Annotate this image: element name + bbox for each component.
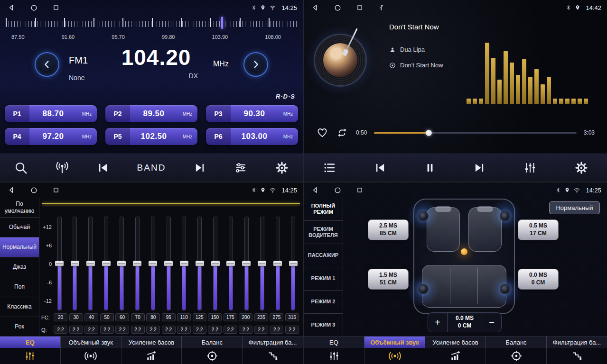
front-right-delay-button[interactable]: 0.5 MS 17 CM	[518, 219, 559, 240]
seek-next-button[interactable]	[190, 161, 209, 175]
next-track-button[interactable]	[470, 161, 489, 175]
slider-handle[interactable]	[196, 261, 204, 266]
settings-button[interactable]	[571, 160, 591, 175]
listening-position-dot[interactable]	[461, 248, 467, 255]
eq-preset-item[interactable]: Нормальный	[0, 237, 39, 257]
back-button[interactable]	[8, 4, 15, 11]
tab-icon-balance[interactable]	[182, 348, 243, 364]
slider-handle[interactable]	[86, 261, 95, 266]
prev-track-button[interactable]	[371, 161, 390, 175]
tab[interactable]: Фильтрация ба...	[243, 337, 303, 348]
eq-preset-item[interactable]: По умолчанию	[0, 198, 39, 218]
slider-handle[interactable]	[242, 261, 251, 266]
eq-preset-item[interactable]: Джаз	[0, 257, 39, 277]
tab-icon-eq[interactable]	[304, 348, 364, 364]
back-button[interactable]	[311, 4, 319, 11]
recents-button[interactable]	[53, 187, 59, 193]
eq-button[interactable]	[520, 160, 540, 175]
recents-button[interactable]	[356, 187, 363, 193]
home-button[interactable]	[30, 187, 37, 194]
tab[interactable]: EQ	[304, 337, 364, 348]
slider-handle[interactable]	[258, 261, 266, 266]
increase-delay-button[interactable]: +	[428, 313, 447, 332]
home-button[interactable]	[30, 4, 37, 11]
tab-icon-surround[interactable]	[364, 348, 425, 364]
rear-left-delay-button[interactable]: 1.5 MS 51 CM	[368, 269, 409, 290]
scan-button[interactable]	[11, 160, 31, 175]
frequency-ruler[interactable]: 87.5091.6095.7099.80103.90108.00	[0, 16, 303, 40]
tab-icon-surround[interactable]	[61, 348, 121, 364]
pause-button[interactable]	[421, 161, 439, 174]
tab[interactable]: Фильтрация ба...	[547, 337, 607, 348]
tab-icon-bass-boost[interactable]	[121, 348, 182, 364]
eq-preset-item[interactable]: Рок	[0, 317, 39, 337]
eq-band-slider[interactable]	[163, 217, 174, 309]
tune-up-button[interactable]	[243, 52, 268, 77]
listening-mode-item[interactable]: ПАССАЖИР	[304, 244, 343, 267]
decrease-delay-button[interactable]: −	[482, 313, 501, 332]
listening-mode-item[interactable]: РЕЖИМ ВОДИТЕЛЯ	[304, 221, 343, 244]
tab[interactable]: Объёмный звук	[364, 337, 425, 348]
front-right-speaker-icon[interactable]	[500, 211, 510, 221]
eq-band-slider[interactable]	[194, 217, 205, 309]
eq-band-slider[interactable]	[131, 217, 143, 309]
eq-band-slider[interactable]	[225, 217, 236, 309]
tab-icon-filter[interactable]	[243, 348, 303, 364]
eq-band-slider[interactable]	[85, 217, 96, 309]
broadcast-button[interactable]	[52, 160, 72, 175]
rear-right-delay-button[interactable]: 0.0 MS 0 CM	[518, 269, 559, 290]
band-button[interactable]: BAND	[134, 162, 169, 173]
album-art[interactable]	[315, 35, 365, 85]
front-left-delay-button[interactable]: 2.5 MS 85 CM	[368, 219, 409, 240]
eq-band-slider[interactable]	[54, 217, 65, 309]
eq-band-slider[interactable]	[69, 217, 81, 309]
preset-button[interactable]: P2 89.50 MHz	[105, 105, 197, 122]
tab[interactable]: Баланс	[182, 337, 243, 348]
listening-mode-item[interactable]: ПОЛНЫЙ РЕЖИМ	[304, 198, 343, 221]
listening-mode-item[interactable]: РЕЖИМ 1	[304, 267, 343, 291]
eq-band-slider[interactable]	[272, 217, 283, 309]
eq-band-slider[interactable]	[178, 217, 190, 309]
tab[interactable]: Баланс	[486, 337, 547, 348]
tab-icon-bass-boost[interactable]	[425, 348, 486, 364]
tab-icon-filter[interactable]	[547, 348, 607, 364]
eq-band-slider[interactable]	[241, 217, 252, 309]
preset-button[interactable]: P1 88.70 MHz	[5, 105, 97, 122]
slider-handle[interactable]	[180, 261, 188, 266]
settings-button[interactable]	[272, 160, 292, 175]
home-button[interactable]	[334, 187, 341, 194]
tab[interactable]: Усиление басов	[425, 337, 486, 348]
preset-button[interactable]: P6 103.00 MHz	[206, 128, 298, 145]
seek-bar[interactable]	[374, 129, 576, 136]
eq-preset-item[interactable]: Поп	[0, 277, 39, 297]
eq-band-slider[interactable]	[116, 217, 127, 309]
listening-mode-item[interactable]: РЕЖИМ 2	[304, 291, 343, 314]
eq-band-slider[interactable]	[147, 217, 159, 309]
eq-preset-item[interactable]: Классика	[0, 297, 39, 317]
favorite-button[interactable]	[316, 127, 328, 138]
preset-button[interactable]: P3 90.30 MHz	[206, 105, 298, 122]
seek-knob[interactable]	[426, 130, 432, 136]
playlist-button[interactable]	[319, 160, 339, 175]
slider-handle[interactable]	[102, 261, 111, 266]
slider-handle[interactable]	[71, 261, 79, 266]
tab[interactable]: Объёмный звук	[61, 337, 121, 348]
tab[interactable]: Усиление басов	[121, 337, 182, 348]
eq-preset-item[interactable]: Обычай	[0, 218, 39, 237]
rear-left-speaker-icon[interactable]	[418, 284, 429, 294]
frequency-pointer[interactable]	[221, 17, 223, 29]
back-button[interactable]	[311, 186, 319, 194]
slider-handle[interactable]	[164, 261, 173, 266]
eq-band-slider[interactable]	[288, 217, 299, 309]
slider-handle[interactable]	[117, 261, 126, 266]
eq-band-slider[interactable]	[210, 217, 221, 309]
eq-button[interactable]	[231, 160, 251, 175]
slider-handle[interactable]	[273, 261, 282, 266]
eq-band-slider[interactable]	[101, 217, 112, 309]
preset-button[interactable]: P5 102.50 MHz	[105, 128, 197, 145]
tab-icon-eq[interactable]	[0, 348, 61, 364]
home-button[interactable]	[334, 4, 341, 11]
preset-button[interactable]: P4 97.20 MHz	[5, 128, 97, 145]
repeat-button[interactable]	[336, 127, 349, 138]
slider-handle[interactable]	[55, 261, 64, 266]
